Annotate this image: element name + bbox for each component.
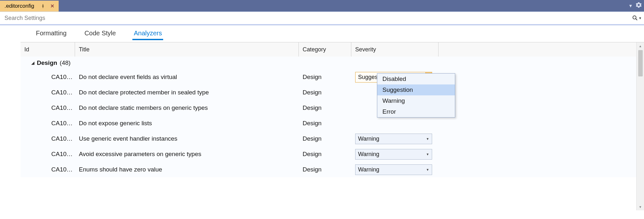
cell-title: Do not expose generic lists <box>75 120 299 127</box>
analyzer-row[interactable]: CA10…Do not expose generic listsDesign <box>21 116 636 131</box>
tab-formatting[interactable]: Formatting <box>27 26 76 40</box>
svg-line-1 <box>636 19 637 20</box>
cell-title: Do not declare static members on generic… <box>75 104 299 111</box>
analyzer-row[interactable]: CA10…Enums should have zero valueDesignW… <box>21 162 636 177</box>
cell-id: CA10… <box>21 151 75 158</box>
scroll-thumb[interactable] <box>638 50 643 76</box>
severity-combobox[interactable]: Warning▼ <box>355 134 432 144</box>
cell-severity: Warning▼ <box>351 134 439 144</box>
search-bar: ▼ <box>0 12 644 24</box>
grid-header-row: Id Title Category Severity <box>21 42 636 57</box>
analyzers-grid: Id Title Category Severity ◢Design (48)C… <box>21 42 644 210</box>
severity-value: Warning <box>358 166 379 173</box>
analyzer-row[interactable]: CA10…Do not declare event fields as virt… <box>21 69 636 85</box>
cell-id: CA10… <box>21 104 75 111</box>
settings-tabs: Formatting Code Style Analyzers <box>21 25 644 40</box>
cell-id: CA10… <box>21 74 75 81</box>
column-header-spacer <box>439 42 636 57</box>
severity-option[interactable]: Suggestion <box>377 84 455 95</box>
severity-combobox[interactable]: Warning▼ <box>355 149 432 160</box>
cell-category: Design <box>299 89 351 96</box>
scroll-down-icon[interactable]: ▼ <box>637 203 644 210</box>
cell-title: Use generic event handler instances <box>75 135 299 142</box>
analyzer-row[interactable]: CA10…Do not declare static members on ge… <box>21 100 636 116</box>
gear-icon[interactable] <box>636 2 641 9</box>
search-icon <box>632 15 638 21</box>
chevron-down-icon: ▼ <box>426 153 429 156</box>
cell-severity: Warning▼ <box>351 164 439 175</box>
severity-option[interactable]: Warning <box>377 95 455 106</box>
severity-value: Warning <box>358 151 379 158</box>
cell-title: Avoid excessive parameters on generic ty… <box>75 151 299 158</box>
tab-analyzers[interactable]: Analyzers <box>125 26 171 40</box>
file-tab-editorconfig[interactable]: .editorconfig ✕ <box>0 1 59 12</box>
cell-category: Design <box>299 74 351 81</box>
cell-category: Design <box>299 104 351 111</box>
cell-id: CA10… <box>21 120 75 127</box>
titlebar: .editorconfig ✕ ▼ <box>0 0 644 12</box>
scroll-up-icon[interactable]: ▲ <box>637 42 644 49</box>
close-icon[interactable]: ✕ <box>50 3 55 9</box>
cell-title: Enums should have zero value <box>75 166 299 173</box>
cell-category: Design <box>299 135 351 142</box>
severity-combobox[interactable]: Warning▼ <box>355 164 432 175</box>
cell-title: Do not declare protected member in seale… <box>75 89 299 96</box>
cell-category: Design <box>299 166 351 173</box>
window-dropdown-icon[interactable]: ▼ <box>628 3 633 8</box>
vertical-scrollbar[interactable]: ▲ ▼ <box>636 42 644 210</box>
cell-title: Do not declare event fields as virtual <box>75 74 299 81</box>
cell-id: CA10… <box>21 166 75 173</box>
column-header-category[interactable]: Category <box>299 42 351 57</box>
cell-category: Design <box>299 151 351 158</box>
file-tab-label: .editorconfig <box>4 3 36 9</box>
severity-option[interactable]: Disabled <box>377 74 455 84</box>
content-area: Formatting Code Style Analyzers Id Title… <box>0 24 644 218</box>
severity-option[interactable]: Error <box>377 106 455 117</box>
group-row-design[interactable]: ◢Design (48) <box>21 57 636 69</box>
tab-code-style[interactable]: Code Style <box>76 26 125 40</box>
titlebar-right: ▼ <box>628 0 641 12</box>
svg-point-0 <box>633 16 636 19</box>
cell-id: CA10… <box>21 89 75 96</box>
group-count: (48) <box>60 59 71 66</box>
expand-collapse-icon: ◢ <box>31 61 34 65</box>
pin-icon[interactable] <box>40 3 46 9</box>
severity-dropdown-panel: DisabledSuggestionWarningError <box>377 73 455 118</box>
column-header-severity[interactable]: Severity <box>351 42 439 57</box>
document-tab-well: .editorconfig ✕ <box>0 0 59 12</box>
analyzer-row[interactable]: CA10…Avoid excessive parameters on gener… <box>21 146 636 162</box>
column-header-id[interactable]: Id <box>21 42 75 57</box>
search-button[interactable]: ▼ <box>630 12 644 24</box>
search-input[interactable] <box>0 12 630 24</box>
cell-severity: Warning▼ <box>351 149 439 160</box>
analyzer-row[interactable]: CA10…Do not declare protected member in … <box>21 85 636 100</box>
group-name: Design <box>37 59 57 66</box>
chevron-down-icon: ▼ <box>426 137 429 141</box>
cell-category: Design <box>299 120 351 127</box>
chevron-down-icon: ▼ <box>426 168 429 171</box>
chevron-down-icon: ▼ <box>639 16 642 20</box>
column-header-title[interactable]: Title <box>75 42 299 57</box>
cell-id: CA10… <box>21 135 75 142</box>
analyzer-row[interactable]: CA10…Use generic event handler instances… <box>21 131 636 146</box>
severity-value: Warning <box>358 136 379 142</box>
